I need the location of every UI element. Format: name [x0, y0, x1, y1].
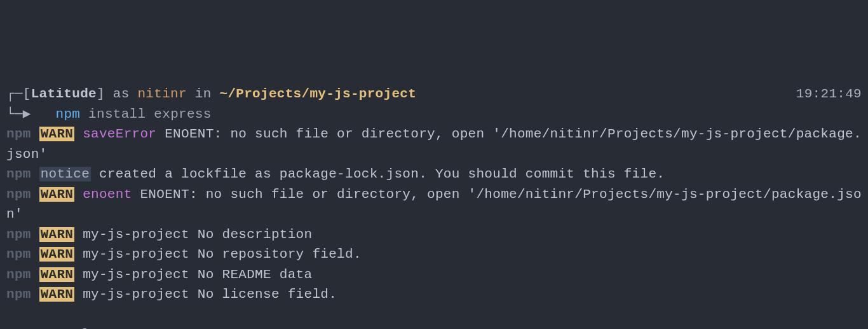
hostname: Latitude — [31, 87, 97, 101]
warn-badge: WARN — [39, 187, 75, 202]
npm-label: npm — [6, 227, 31, 242]
prompt-corner-top: ┌─ — [6, 84, 23, 104]
warn-message: No license field. — [198, 287, 337, 302]
as-text: as — [105, 87, 138, 101]
enoent-label: enoent — [83, 187, 132, 202]
warn-badge: WARN — [39, 247, 75, 262]
warn-message: No repository field. — [198, 247, 362, 262]
warn-message: No README data — [198, 267, 313, 282]
warn-message: ENOENT: no such file or directory, open … — [6, 187, 862, 222]
warn-badge: WARN — [39, 127, 75, 141]
bracket-close: ] — [97, 87, 105, 101]
pkg-name: my-js-project — [83, 287, 189, 302]
time: 19:21:49 — [796, 84, 862, 104]
command-npm: npm — [55, 107, 80, 122]
npm-label: npm — [6, 287, 31, 302]
warn-badge: WARN — [39, 267, 75, 282]
bracket-open: [ — [23, 87, 31, 101]
pkg-name: my-js-project — [83, 227, 189, 242]
prompt-arrow: ▶ — [23, 107, 31, 122]
pkg-name: my-js-project — [83, 267, 189, 282]
npm-label: npm — [6, 127, 31, 141]
prompt-line: ┌─[Latitude] as nitinr in ~/Projects/my-… — [6, 84, 862, 104]
warn-message: No description — [198, 227, 313, 242]
pkg-name: my-js-project — [83, 247, 189, 262]
notice-message: created a lockfile as package-lock.json.… — [99, 167, 665, 181]
notice-badge: notice — [39, 167, 91, 181]
prompt-corner-bottom: └─ — [6, 104, 23, 125]
in-text: in — [187, 87, 220, 101]
warn-badge: WARN — [39, 227, 75, 242]
save-error-label: saveError — [83, 127, 156, 141]
npm-label: npm — [6, 167, 31, 181]
npm-label: npm — [6, 187, 31, 202]
npm-label: npm — [6, 247, 31, 262]
warn-badge: WARN — [39, 287, 75, 302]
username: nitinr — [137, 87, 186, 101]
current-path: ~/Projects/my-js-project — [219, 87, 416, 101]
command-args: install express — [88, 107, 212, 122]
terminal-output[interactable]: ┌─[Latitude] as nitinr in ~/Projects/my-… — [6, 84, 862, 329]
npm-label: npm — [6, 267, 31, 282]
